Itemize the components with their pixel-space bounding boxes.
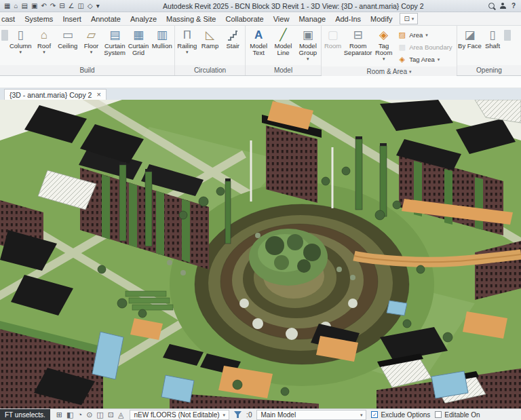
- tab-view[interactable]: View: [269, 15, 294, 23]
- editable-only-checkbox[interactable]: Editable On: [435, 411, 480, 419]
- tool-shaft[interactable]: ▯ Shaft: [482, 27, 503, 65]
- panel-label-circulation[interactable]: Circulation: [175, 65, 245, 75]
- tool-label: Shaft: [485, 43, 500, 50]
- visual-style-icon[interactable]: ◔: [77, 411, 82, 419]
- tab-analyze[interactable]: Analyze: [126, 15, 161, 23]
- floor-icon: ▱: [87, 28, 96, 42]
- stair-icon: [227, 28, 238, 42]
- panel-label-text: Room & Area: [367, 66, 407, 77]
- app-menu-icon[interactable]: ▦: [4, 3, 10, 9]
- section-icon[interactable]: ◫: [78, 3, 84, 9]
- panel-label-text: Build: [79, 65, 94, 75]
- panel-label-room-area[interactable]: Room & Area ▾: [322, 66, 457, 77]
- tool-floor[interactable]: ▱ Floor ▾: [79, 27, 103, 65]
- panel-label-model[interactable]: Model: [246, 65, 321, 75]
- tool-area-boundary[interactable]: ▩ Area Boundary: [396, 41, 455, 52]
- measure-icon[interactable]: ∠: [69, 3, 75, 9]
- tool-label: Ceiling: [58, 43, 77, 50]
- active-workset-label: nEW fLOORS (Not Editable): [134, 411, 219, 419]
- selection-count: :0: [246, 411, 252, 419]
- selection-filter-icon[interactable]: [234, 411, 242, 418]
- 3d-model-viewport[interactable]: [0, 100, 521, 408]
- active-workset-select[interactable]: nEW fLOORS (Not Editable) ▾: [130, 410, 229, 420]
- tab-manage[interactable]: Manage: [294, 15, 330, 23]
- tool-room-separator[interactable]: ⊟ Room Separator: [343, 27, 372, 66]
- active-design-option-select[interactable]: Main Model ▾: [256, 410, 366, 420]
- tool-label: Roof: [37, 43, 51, 50]
- tool-curtain-system[interactable]: ▤ Curtain System: [103, 27, 127, 65]
- scale-icon[interactable]: ⊞: [56, 411, 62, 419]
- sun-path-icon[interactable]: ⊙: [86, 411, 92, 419]
- user-account-icon[interactable]: [500, 3, 506, 9]
- tool-column[interactable]: ▯ Column ▾: [9, 27, 33, 65]
- checkbox-checked-icon: ✓: [371, 411, 378, 418]
- tool-model-line[interactable]: ╱ Model Line: [271, 27, 295, 65]
- tool-ramp[interactable]: ◺ Ramp: [199, 27, 222, 65]
- tab-add-ins[interactable]: Add-Ins: [330, 15, 366, 23]
- chevron-down-icon: ▾: [438, 57, 440, 62]
- revit-window: ▦ ⌂ ▤ ▣ ↶ ↷ ⊟ ∠ ◫ ◇ ▾ Autodesk Revit 202…: [0, 0, 521, 420]
- tool-tag-room[interactable]: ◈ Tag Room ▾: [372, 27, 395, 66]
- tool-label: Area: [409, 31, 423, 39]
- exclude-options-label: Exclude Options: [381, 411, 430, 419]
- chevron-down-icon: ▾: [186, 50, 189, 54]
- shaft-icon: ▯: [489, 28, 495, 42]
- area-boundary-icon: ▩: [398, 43, 406, 52]
- tool-roof[interactable]: ⌂ Roof ▾: [33, 27, 56, 65]
- tool-stair[interactable]: Stair: [221, 27, 244, 65]
- tool-clipped-right[interactable]: [503, 27, 512, 65]
- tool-curtain-grid[interactable]: ▦ Curtain Grid: [127, 27, 151, 65]
- ribbon-panel-room-area: ▢ Room ⊟ Room Separator ◈ Tag Room ▾ ▨ A…: [322, 26, 457, 75]
- tool-label: Stair: [226, 43, 239, 50]
- panel-label-text: Circulation: [194, 65, 226, 75]
- modify-selector[interactable]: ⊡ ▾: [400, 13, 418, 24]
- tool-by-face[interactable]: ◪ By Face: [458, 27, 482, 65]
- search-icon[interactable]: [488, 3, 495, 9]
- home-icon[interactable]: ⌂: [14, 3, 18, 9]
- tool-label: Curtain System: [103, 43, 127, 56]
- tool-ceiling[interactable]: ▭ Ceiling: [56, 27, 79, 65]
- view-tab-active[interactable]: {3D - anant.maria} Copy 2 ×: [4, 89, 107, 100]
- undo-icon[interactable]: ↶: [41, 3, 46, 9]
- tool-label: Curtain Grid: [127, 43, 151, 56]
- tool-model-text[interactable]: A Model Text: [246, 27, 271, 65]
- chevron-down-icon: ▾: [90, 50, 93, 54]
- reveal-hidden-icon[interactable]: ◬: [118, 411, 123, 419]
- column-icon: ▯: [18, 28, 24, 42]
- shadows-icon[interactable]: ◫: [96, 411, 103, 419]
- default-3d-view-icon[interactable]: ◇: [88, 3, 93, 9]
- tool-room[interactable]: ▢ Room: [322, 27, 343, 66]
- tool-clipped-left[interactable]: [1, 27, 9, 65]
- view-tab-bar: {3D - anant.maria} Copy 2 ×: [0, 88, 521, 100]
- tool-railing[interactable]: Π Railing ▾: [176, 27, 199, 65]
- tab-collaborate[interactable]: Collaborate: [220, 15, 268, 23]
- tool-area[interactable]: ▨ Area ▾: [396, 29, 455, 40]
- detail-level-icon[interactable]: ◧: [66, 411, 73, 419]
- qat-more-icon[interactable]: ▾: [96, 3, 100, 9]
- open-icon[interactable]: ▤: [22, 3, 28, 9]
- tab-systems[interactable]: Systems: [20, 15, 58, 23]
- crop-view-icon[interactable]: ⊡: [108, 411, 114, 419]
- status-bar: FT unselects. ⊞ ◧ ◔ ⊙ ◫ ⊡ ◬ nEW fLOORS (…: [0, 408, 521, 420]
- save-icon[interactable]: ▣: [31, 3, 37, 9]
- chevron-down-icon: ▾: [383, 57, 385, 61]
- tool-label: Area Boundary: [409, 43, 452, 51]
- tab-insert[interactable]: Insert: [58, 15, 86, 23]
- help-icon[interactable]: ?: [512, 2, 516, 9]
- tab-massing-site[interactable]: Massing & Site: [161, 15, 220, 23]
- tab-precast[interactable]: cast: [0, 15, 20, 23]
- tool-tag-area[interactable]: ◈ Tag Area ▾: [396, 54, 455, 64]
- tab-modify[interactable]: Modify: [366, 15, 397, 23]
- print-icon[interactable]: ⊟: [59, 3, 64, 9]
- tool-mullion[interactable]: ▥ Mullion: [150, 27, 174, 65]
- close-view-icon[interactable]: ×: [96, 91, 100, 98]
- tab-annotate[interactable]: Annotate: [86, 15, 126, 23]
- redo-icon[interactable]: ↷: [50, 3, 56, 9]
- roof-icon: ⌂: [41, 28, 47, 42]
- panel-label-opening[interactable]: Opening: [457, 65, 521, 75]
- panel-label-build[interactable]: Build: [0, 65, 174, 75]
- exclude-options-checkbox[interactable]: ✓ Exclude Options: [371, 411, 430, 419]
- model-group-icon: ▣: [303, 28, 313, 42]
- tool-model-group[interactable]: ▣ Model Group ▾: [296, 27, 320, 65]
- drawing-area[interactable]: [0, 100, 521, 408]
